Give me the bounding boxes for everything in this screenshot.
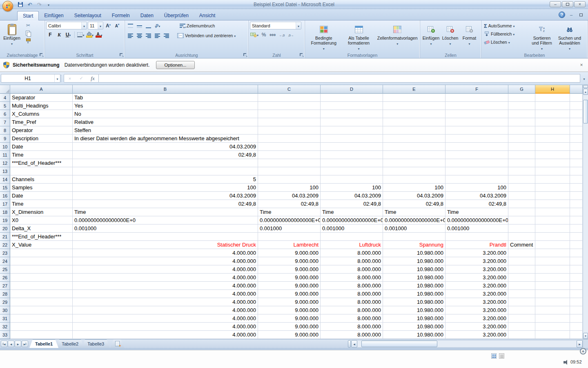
cell-H17[interactable] <box>535 200 570 208</box>
cell-G32[interactable] <box>508 323 535 331</box>
last-sheet-button[interactable]: ▶ <box>22 341 28 347</box>
cell-A32[interactable] <box>10 323 73 331</box>
cell-A14[interactable]: Channels <box>10 175 73 184</box>
cell-F20[interactable]: 0.001000 <box>445 224 508 233</box>
cell-B23[interactable]: 4.000.000 <box>73 249 258 257</box>
cell-H18[interactable] <box>535 208 570 216</box>
wrap-text-button[interactable]: Zeilenumbruch <box>178 22 216 30</box>
cell-B19[interactable]: 0.0000000000000000E+0 <box>73 216 258 224</box>
row-header-29[interactable]: 29 <box>0 298 10 306</box>
cell-E16[interactable]: 04.03.2009 <box>383 192 445 200</box>
increase-indent-button[interactable] <box>162 32 170 39</box>
cell-D22[interactable]: Luftdruck <box>321 241 383 249</box>
cell-F4[interactable] <box>445 94 508 102</box>
format-as-table-button[interactable]: Als Tabelle formatieren <box>341 22 376 52</box>
cell-D17[interactable]: 02:49,8 <box>321 200 383 208</box>
delete-cells-button[interactable]: Löschen <box>441 22 460 52</box>
decrease-decimal-button[interactable] <box>287 31 295 38</box>
cell-G26[interactable] <box>508 274 535 282</box>
cell-H21[interactable] <box>535 233 570 241</box>
cell-D21[interactable] <box>321 233 383 241</box>
cell-C28[interactable]: 9.000.000 <box>258 290 321 298</box>
cell-D11[interactable] <box>321 151 383 159</box>
cell-A30[interactable] <box>10 306 73 314</box>
cell-H5[interactable] <box>535 102 570 110</box>
cell-B15[interactable]: 100 <box>73 184 258 192</box>
align-right-button[interactable] <box>144 32 152 39</box>
cell-E12[interactable] <box>383 159 445 167</box>
cell-G28[interactable] <box>508 290 535 298</box>
cell-B6[interactable]: No <box>73 110 258 118</box>
cell-F27[interactable]: 3.200.000 <box>445 282 508 290</box>
cell-A27[interactable] <box>10 282 73 290</box>
cell-C10[interactable] <box>258 143 321 151</box>
cell-F10[interactable] <box>445 143 508 151</box>
cell-G17[interactable] <box>508 200 535 208</box>
cell-D12[interactable] <box>321 159 383 167</box>
cell-C17[interactable]: 02:49,8 <box>258 200 321 208</box>
cell-E19[interactable]: 0.0000000000000000E+0 <box>383 216 445 224</box>
formula-input[interactable] <box>99 74 580 83</box>
row-header-17[interactable]: 17 <box>0 200 10 208</box>
cell-A15[interactable]: Samples <box>10 184 73 192</box>
office-button[interactable] <box>2 1 13 11</box>
cell-C6[interactable] <box>258 110 321 118</box>
cell-G19[interactable] <box>508 216 535 224</box>
cell-A24[interactable] <box>10 257 73 265</box>
thousands-format-button[interactable]: 000 <box>269 31 277 38</box>
cell-D25[interactable]: 8.000.000 <box>321 265 383 274</box>
cell-E21[interactable] <box>383 233 445 241</box>
cell-F19[interactable]: 0.0000000000000000E+0 <box>445 216 508 224</box>
cell-C27[interactable]: 9.000.000 <box>258 282 321 290</box>
cell-E8[interactable] <box>383 126 445 135</box>
formula-bar-handle[interactable] <box>61 75 63 82</box>
cell-E30[interactable]: 10.980.000 <box>383 306 445 314</box>
cell-C12[interactable] <box>258 159 321 167</box>
cell-G11[interactable] <box>508 151 535 159</box>
minimize-button[interactable]: – <box>550 1 561 7</box>
fill-color-button[interactable] <box>86 31 94 38</box>
cell-A28[interactable] <box>10 290 73 298</box>
next-sheet-button[interactable]: ▶ <box>15 341 21 347</box>
tab-einfügen[interactable]: Einfügen <box>39 11 69 20</box>
cell-A12[interactable]: ***End_of_Header*** <box>10 159 73 167</box>
cell-G13[interactable] <box>508 167 535 175</box>
cell-A26[interactable] <box>10 274 73 282</box>
tab-seitenlayout[interactable]: Seitenlayout <box>69 11 107 20</box>
cell-H20[interactable] <box>535 224 570 233</box>
cell-F7[interactable] <box>445 118 508 126</box>
cell-A4[interactable]: Separator <box>10 94 73 102</box>
cell-A25[interactable] <box>10 265 73 274</box>
column-header-B[interactable]: B <box>73 85 258 94</box>
underline-button[interactable]: U <box>64 31 72 38</box>
increase-decimal-button[interactable] <box>278 31 286 38</box>
column-header-C[interactable]: C <box>258 85 321 94</box>
cell-D15[interactable]: 100 <box>321 184 383 192</box>
cell-H24[interactable] <box>535 257 570 265</box>
cell-H16[interactable] <box>535 192 570 200</box>
cell-G31[interactable] <box>508 314 535 323</box>
cell-F18[interactable]: Time <box>445 208 508 216</box>
cell-F31[interactable]: 3.200.000 <box>445 314 508 323</box>
cell-G10[interactable] <box>508 143 535 151</box>
vertical-scroll-thumb[interactable] <box>583 100 588 123</box>
row-header-24[interactable]: 24 <box>0 257 10 265</box>
cell-C18[interactable]: Time <box>258 208 321 216</box>
cell-G5[interactable] <box>508 102 535 110</box>
vertical-scrollbar[interactable]: ▲ ▼ <box>583 85 588 339</box>
cell-E24[interactable]: 10.980.000 <box>383 257 445 265</box>
cell-B9[interactable]: In dieser Datei werden die aufgenommenen… <box>73 135 258 143</box>
cell-A31[interactable] <box>10 314 73 323</box>
cell-C8[interactable] <box>258 126 321 135</box>
cell-F29[interactable]: 3.200.000 <box>445 298 508 306</box>
cell-B33[interactable]: 4.000.000 <box>73 331 258 339</box>
cell-H14[interactable] <box>535 175 570 184</box>
cell-G7[interactable] <box>508 118 535 126</box>
cell-G6[interactable] <box>508 110 535 118</box>
cell-D4[interactable] <box>321 94 383 102</box>
cell-F24[interactable]: 3.200.000 <box>445 257 508 265</box>
cell-D5[interactable] <box>321 102 383 110</box>
cell-E26[interactable]: 10.980.000 <box>383 274 445 282</box>
cell-D8[interactable] <box>321 126 383 135</box>
cell-A11[interactable]: Time <box>10 151 73 159</box>
